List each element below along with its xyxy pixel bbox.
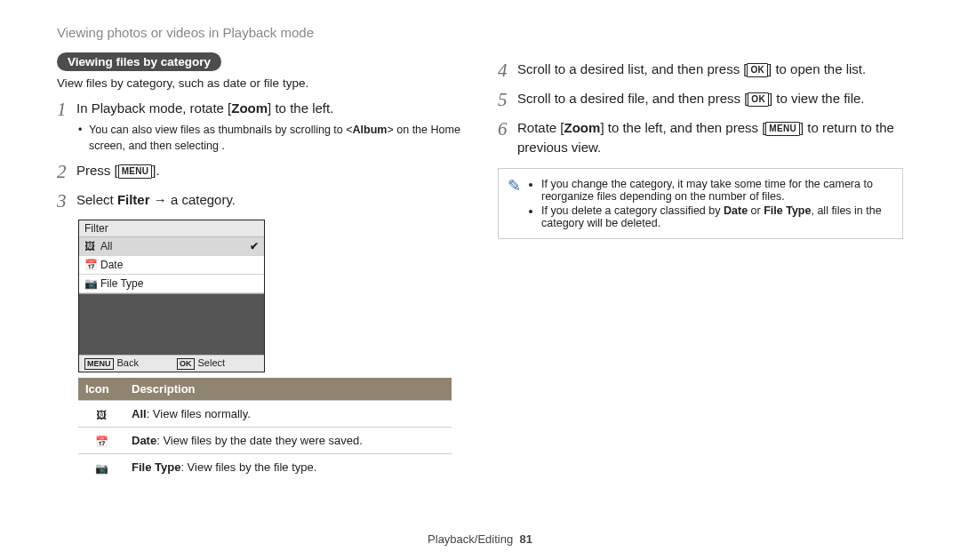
step-number: 6 bbox=[498, 118, 517, 140]
table-row: All: View files normally. bbox=[78, 401, 452, 428]
left-column: Viewing files by category View files by … bbox=[57, 52, 462, 480]
step-1: In Playback mode, rotate [Zoom] to the l… bbox=[76, 99, 462, 154]
step-number: 2 bbox=[57, 161, 76, 183]
note-item: If you delete a category classified by D… bbox=[541, 204, 893, 229]
note-box: ✎ If you change the category, it may tak… bbox=[498, 168, 903, 239]
section-badge: Viewing files by category bbox=[57, 52, 221, 71]
ok-key-icon: OK bbox=[748, 92, 769, 107]
ok-key-icon: OK bbox=[747, 63, 768, 77]
filter-row-date: Date bbox=[79, 256, 264, 275]
page-header: Viewing photos or videos in Playback mod… bbox=[57, 25, 903, 40]
step-number: 4 bbox=[498, 60, 517, 82]
filter-footer-back: MENUBack bbox=[79, 356, 172, 372]
step-number: 5 bbox=[498, 89, 517, 111]
filter-title: Filter bbox=[79, 220, 264, 237]
step-4: Scroll to a desired list, and then press… bbox=[517, 60, 866, 79]
step-3: Select Filter → a category. bbox=[76, 190, 236, 210]
table-row: File Type: View files by the file type. bbox=[78, 454, 452, 481]
icon-table: Icon Description All: View files normall… bbox=[78, 378, 452, 480]
section-desc: View files by category, such as date or … bbox=[57, 76, 462, 90]
filetype-icon bbox=[84, 277, 100, 290]
filter-row-filetype: File Type bbox=[79, 275, 264, 293]
col-desc: Description bbox=[124, 378, 452, 401]
date-icon bbox=[95, 433, 108, 448]
step-2: Press [MENU]. bbox=[76, 161, 160, 180]
date-icon bbox=[84, 259, 100, 271]
page-footer: Playback/Editing 81 bbox=[0, 532, 960, 546]
filter-screen-mock: Filter All✔ Date File Type MENUBack OKSe… bbox=[78, 220, 265, 372]
col-icon: Icon bbox=[78, 378, 124, 401]
right-column: 4 Scroll to a desired list, and then pre… bbox=[498, 52, 903, 480]
all-icon bbox=[84, 240, 100, 252]
step-5: Scroll to a desired file, and then press… bbox=[517, 89, 865, 108]
step-number: 1 bbox=[57, 99, 76, 121]
menu-key-icon: MENU bbox=[765, 122, 800, 136]
all-icon bbox=[96, 406, 107, 421]
note-item: If you change the category, it may take … bbox=[541, 178, 893, 203]
table-row: Date: View files by the date they were s… bbox=[78, 428, 452, 454]
step-number: 3 bbox=[57, 190, 76, 212]
note-icon: ✎ bbox=[508, 176, 529, 231]
filter-footer-select: OKSelect bbox=[172, 356, 264, 372]
menu-key-icon: MENU bbox=[118, 164, 153, 179]
step-6: Rotate [Zoom] to the left, and then pres… bbox=[517, 118, 903, 157]
filter-row-all: All✔ bbox=[79, 237, 264, 256]
filetype-icon bbox=[95, 460, 108, 475]
